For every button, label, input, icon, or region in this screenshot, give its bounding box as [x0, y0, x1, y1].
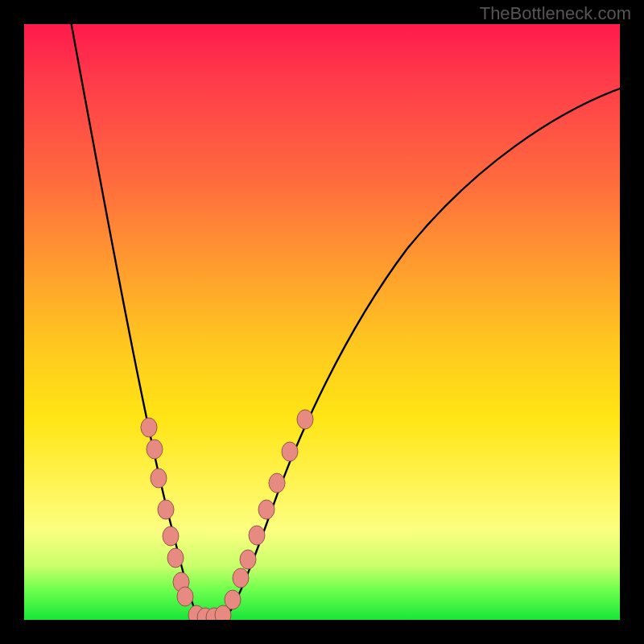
data-marker	[147, 440, 163, 459]
data-marker	[158, 500, 174, 519]
outer-frame: TheBottleneck.com	[0, 0, 644, 644]
data-marker	[167, 548, 184, 568]
watermark-text: TheBottleneck.com	[480, 3, 631, 24]
data-marker	[225, 590, 241, 609]
data-marker	[177, 587, 193, 606]
markers-bottom	[188, 605, 231, 620]
data-marker	[297, 410, 313, 429]
data-marker	[249, 526, 265, 545]
data-marker	[258, 500, 275, 519]
chart-overlay	[24, 24, 620, 620]
data-marker	[163, 526, 179, 546]
data-marker	[141, 418, 157, 437]
data-marker	[282, 442, 298, 461]
markers-left	[141, 418, 193, 606]
data-marker	[151, 469, 167, 488]
data-marker	[240, 550, 256, 569]
plot-area	[24, 24, 620, 620]
data-marker	[269, 473, 285, 493]
data-marker	[233, 568, 249, 588]
bottleneck-curve	[68, 24, 620, 618]
